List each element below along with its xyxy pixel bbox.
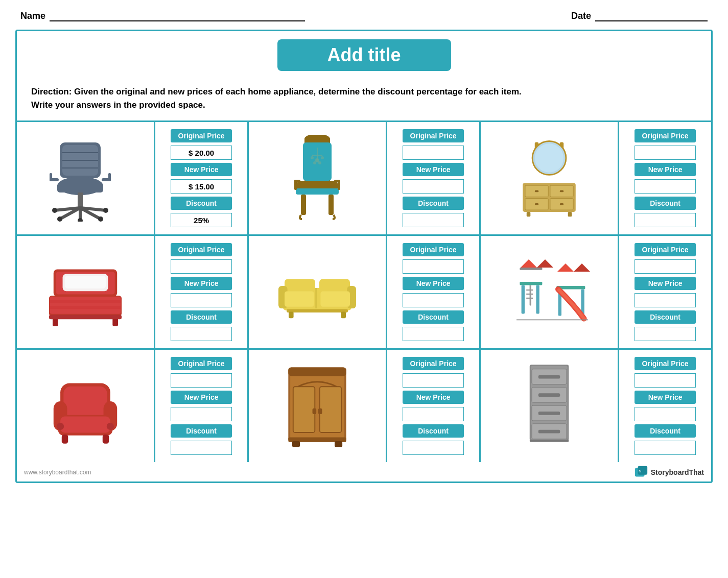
svg-point-16 [52,208,57,213]
discount-value-2[interactable] [403,213,464,227]
cell-price-2: Original Price New Price Discount [387,122,481,234]
date-label: Date [571,11,591,21]
page-title: Add title [293,44,436,66]
new-price-value-8[interactable] [403,407,464,421]
svg-marker-79 [537,259,553,268]
discount-value-8[interactable] [403,441,464,455]
discount-value-9[interactable] [635,441,696,455]
cell-price-3: Original Price New Price Discount [619,122,711,234]
original-price-value-4[interactable] [171,259,232,274]
cell-price-4: Original Price New Price Discount [155,236,249,348]
watermark-text: www.storyboardthat.com [24,469,91,476]
title-banner[interactable]: Add title [277,39,451,71]
cell-price-1: Original Price $ 20.00 New Price $ 15.00… [155,122,249,234]
discount-value-1[interactable]: 25% [171,213,232,227]
discount-value-6[interactable] [635,327,696,341]
new-price-value-7[interactable] [171,407,232,421]
new-price-value-3[interactable] [635,179,696,194]
cell-price-5: Original Price New Price Discount [387,236,481,348]
svg-rect-29 [328,195,334,215]
svg-point-44 [535,143,563,172]
logo-icon: S [634,465,648,479]
original-price-label-6: Original Price [635,243,696,256]
new-price-label-1: New Price [171,163,232,176]
original-price-value-9[interactable] [635,373,696,388]
cell-playground [481,236,619,348]
discount-value-7[interactable] [171,441,232,455]
svg-rect-82 [536,285,539,314]
original-price-label-8: Original Price [403,357,464,370]
svg-marker-83 [557,263,574,272]
original-price-value-2[interactable] [403,146,464,160]
original-price-value-8[interactable] [403,373,464,388]
svg-rect-32 [294,180,297,190]
discount-label-2: Discount [403,197,464,210]
svg-rect-80 [520,282,542,285]
discount-label-6: Discount [635,310,696,324]
svg-rect-81 [522,285,525,314]
discount-value-5[interactable] [403,327,464,341]
new-price-label-3: New Price [635,163,696,176]
svg-rect-108 [320,387,342,432]
logo-text: StoryboardThat [651,468,704,476]
svg-point-38 [321,156,324,159]
svg-rect-117 [538,375,560,379]
new-price-value-5[interactable] [403,293,464,307]
svg-marker-78 [521,259,537,268]
new-price-label-2: New Price [403,163,464,176]
svg-point-36 [315,158,319,162]
discount-label-9: Discount [635,424,696,438]
new-price-value-6[interactable] [635,293,696,307]
discount-value-3[interactable] [635,213,696,227]
svg-point-17 [103,208,108,213]
discount-label-3: Discount [635,197,696,210]
playground-icon [508,249,590,335]
new-price-value-2[interactable] [403,179,464,194]
svg-rect-92 [520,268,542,270]
bed-icon [44,249,126,335]
svg-point-103 [107,423,114,430]
cell-dresser-mirror [481,122,619,234]
grid-row-3: Original Price New Price Discount [17,350,711,462]
sofa-icon [276,249,358,335]
new-price-label-5: New Price [403,277,464,290]
svg-rect-75 [289,311,294,318]
svg-rect-27 [296,188,339,195]
original-price-value-7[interactable] [171,373,232,388]
svg-rect-95 [63,387,107,419]
svg-rect-99 [60,416,110,432]
svg-rect-72 [285,291,314,306]
svg-rect-61 [50,297,121,314]
logo: S StoryboardThat [634,465,704,479]
name-underline[interactable] [50,10,305,21]
svg-rect-123 [538,430,560,433]
grid-row-1: Original Price $ 20.00 New Price $ 15.00… [17,122,711,236]
original-price-value-6[interactable] [635,259,696,274]
cell-price-9: Original Price New Price Discount [619,350,711,462]
date-underline[interactable] [595,10,708,21]
discount-label-7: Discount [171,424,232,438]
new-price-value-1[interactable]: $ 15.00 [171,179,232,194]
main-container: Add title Direction: Given the original … [15,30,713,483]
original-price-label-1: Original Price [171,129,232,142]
svg-rect-112 [292,441,300,447]
svg-rect-6 [57,183,103,192]
original-price-value-3[interactable] [635,146,696,160]
svg-rect-55 [568,212,572,216]
office-chair-icon [44,135,126,222]
svg-point-13 [57,216,62,222]
new-price-value-9[interactable] [635,407,696,421]
original-price-value-5[interactable] [403,259,464,274]
svg-rect-62 [50,300,121,303]
new-price-label-6: New Price [635,277,696,290]
svg-rect-101 [103,435,109,444]
original-price-label-3: Original Price [635,129,696,142]
new-price-label-9: New Price [635,391,696,404]
svg-rect-52 [535,203,539,205]
original-price-value-1[interactable]: $ 20.00 [171,146,232,160]
svg-rect-21 [108,173,111,181]
discount-value-4[interactable] [171,327,232,341]
new-price-value-4[interactable] [171,293,232,307]
date-field: Date [571,10,708,21]
name-label: Name [20,11,45,21]
